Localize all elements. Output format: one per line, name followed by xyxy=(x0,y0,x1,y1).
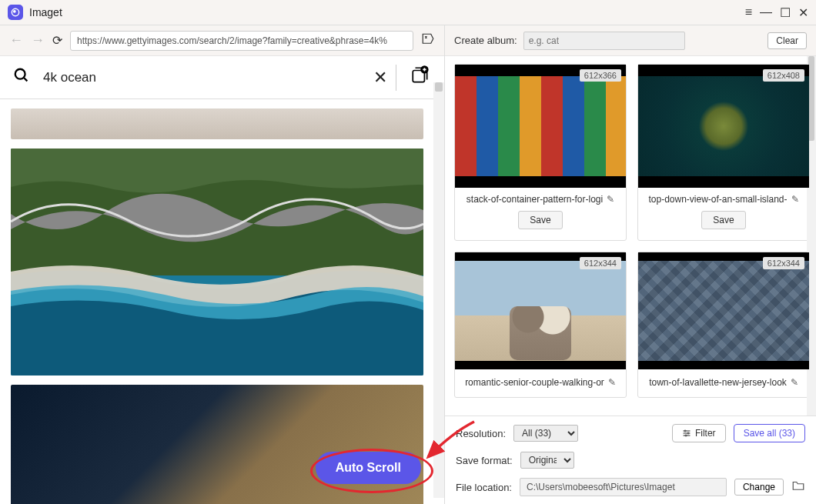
gallery-image-1[interactable] xyxy=(11,108,423,139)
left-scroll-thumb[interactable] xyxy=(435,82,443,92)
location-input[interactable] xyxy=(520,478,727,496)
results-panel: Create album: Clear 612x366 stack-of-con… xyxy=(445,25,816,504)
thumb-title: stack-of-container-pattern-for-logi xyxy=(467,194,603,205)
browser-panel: ← → ⟳ 4k ocean ✕ xyxy=(0,25,445,504)
filter-label: Filter xyxy=(695,428,716,439)
search-bar: 4k ocean ✕ xyxy=(0,56,444,99)
location-label: File location: xyxy=(456,482,512,493)
thumb-title: romantic-senior-couple-walking-or xyxy=(465,377,604,388)
album-input[interactable] xyxy=(523,32,685,50)
image-gallery[interactable]: Auto Scroll xyxy=(0,99,444,504)
thumbnail-area: 612x366 stack-of-container-pattern-for-l… xyxy=(445,56,816,416)
svg-point-2 xyxy=(15,69,25,79)
search-input[interactable]: 4k ocean xyxy=(43,70,365,85)
thumb-title: town-of-lavallette-new-jersey-look xyxy=(649,377,787,388)
filter-button[interactable]: Filter xyxy=(672,424,726,442)
folder-icon[interactable] xyxy=(791,479,805,496)
app-title: Imaget xyxy=(29,6,62,18)
search-clear-icon[interactable]: ✕ xyxy=(365,68,396,88)
edit-icon[interactable]: ✎ xyxy=(607,194,614,205)
wand-icon[interactable] xyxy=(421,32,435,49)
edit-icon[interactable]: ✎ xyxy=(791,194,799,205)
change-button[interactable]: Change xyxy=(734,479,784,496)
thumb-card: 612x408 top-down-view-of-an-small-island… xyxy=(637,64,810,241)
thumb-card: 612x366 stack-of-container-pattern-for-l… xyxy=(454,64,627,241)
close-icon[interactable]: ✕ xyxy=(798,5,808,20)
forward-icon[interactable]: → xyxy=(31,32,45,48)
gallery-image-2[interactable] xyxy=(11,149,423,375)
thumb-card: 612x344 romantic-senior-couple-walking-o… xyxy=(454,252,627,398)
search-icon[interactable] xyxy=(0,67,43,88)
format-select[interactable]: Original xyxy=(520,452,574,469)
dimension-badge: 612x344 xyxy=(580,257,621,269)
refresh-icon[interactable]: ⟳ xyxy=(52,33,62,48)
svg-point-13 xyxy=(685,435,687,436)
url-input[interactable] xyxy=(70,31,413,51)
save-all-button[interactable]: Save all (33) xyxy=(734,424,805,442)
album-row: Create album: Clear xyxy=(445,25,816,56)
right-scroll-thumb[interactable] xyxy=(808,56,814,141)
thumb-image[interactable]: 612x344 xyxy=(638,252,809,369)
resolution-label: Resolution: xyxy=(456,428,506,439)
clear-button[interactable]: Clear xyxy=(768,32,807,49)
svg-point-12 xyxy=(687,432,689,434)
edit-icon[interactable]: ✎ xyxy=(608,377,616,388)
format-label: Save format: xyxy=(456,455,513,466)
minimize-icon[interactable]: — xyxy=(760,5,772,19)
svg-line-3 xyxy=(24,78,28,82)
dimension-badge: 612x366 xyxy=(580,69,621,82)
dimension-badge: 612x344 xyxy=(763,257,804,269)
svg-point-1 xyxy=(14,11,15,12)
auto-scroll-button[interactable]: Auto Scroll xyxy=(316,452,421,484)
back-icon[interactable]: ← xyxy=(9,32,23,48)
album-label: Create album: xyxy=(454,35,517,46)
footer-controls: Resolution: All (33) Filter Save all (33… xyxy=(445,416,816,504)
dimension-badge: 612x408 xyxy=(763,69,804,82)
thumb-image[interactable]: 612x344 xyxy=(455,252,626,369)
svg-point-11 xyxy=(684,430,686,432)
resolution-select[interactable]: All (33) xyxy=(513,425,578,442)
thumb-image[interactable]: 612x366 xyxy=(455,65,626,188)
save-button[interactable]: Save xyxy=(701,211,745,229)
thumb-card: 612x344 town-of-lavallette-new-jersey-lo… xyxy=(637,252,810,398)
titlebar: Imaget ≡ — ☐ ✕ xyxy=(0,0,816,25)
menu-icon[interactable]: ≡ xyxy=(745,5,752,19)
save-button[interactable]: Save xyxy=(518,211,562,229)
app-logo-icon xyxy=(8,5,23,20)
thumb-title: top-down-view-of-an-small-island- xyxy=(648,194,787,205)
maximize-icon[interactable]: ☐ xyxy=(780,5,791,20)
gallery-image-3[interactable] xyxy=(11,385,423,504)
thumb-image[interactable]: 612x408 xyxy=(638,65,809,188)
left-scrollbar[interactable] xyxy=(433,82,444,498)
edit-icon[interactable]: ✎ xyxy=(791,377,798,388)
nav-bar: ← → ⟳ xyxy=(0,25,444,56)
